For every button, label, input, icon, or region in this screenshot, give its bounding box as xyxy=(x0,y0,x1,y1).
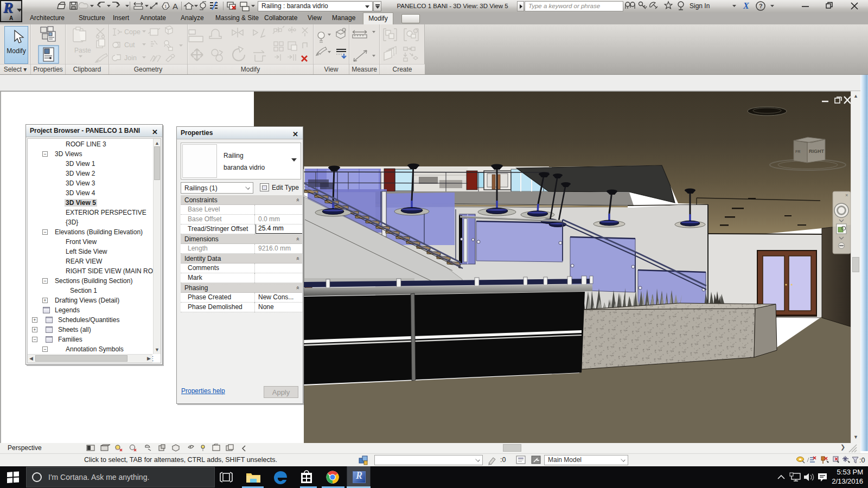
svg-text:Join: Join xyxy=(124,54,137,62)
svg-text:Cut: Cut xyxy=(124,41,135,49)
svg-text:?: ? xyxy=(759,3,763,9)
svg-text::0: :0 xyxy=(859,457,865,464)
svg-text:Paste: Paste xyxy=(74,47,91,54)
svg-text:FR: FR xyxy=(795,150,800,153)
svg-text:RIGHT: RIGHT xyxy=(809,149,825,154)
svg-text:×: × xyxy=(845,192,848,198)
svg-text:Cope: Cope xyxy=(124,28,141,36)
svg-text:1: 1 xyxy=(164,4,167,9)
svg-text:A: A xyxy=(173,2,178,11)
